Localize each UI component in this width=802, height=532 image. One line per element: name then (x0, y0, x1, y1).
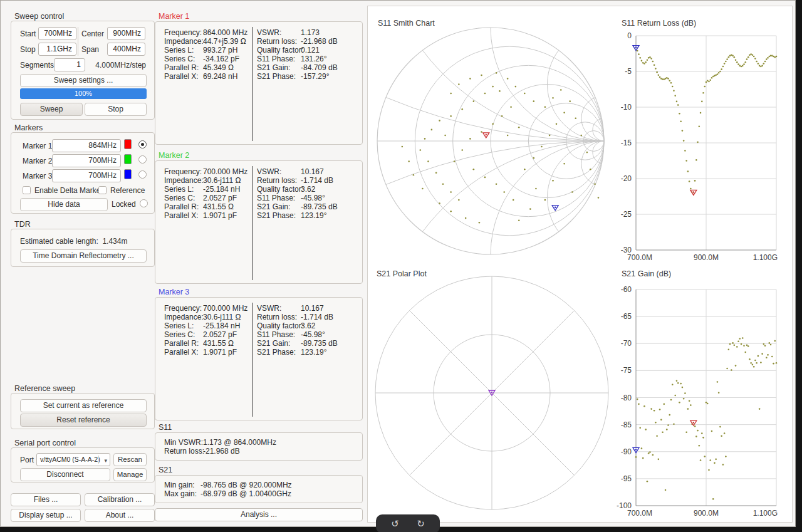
redo-icon[interactable]: ↻ (417, 516, 425, 532)
sweep-control-title: Sweep control (14, 12, 64, 21)
marker3-label: Marker 3 (23, 172, 52, 180)
marker-data-label: Series L: (164, 321, 194, 330)
marker-data-value: 45.349 Ω (203, 63, 234, 72)
marker-data-value: -89.735 dB (301, 339, 338, 348)
hide-data-button[interactable]: Hide data (20, 198, 108, 211)
start-input[interactable]: 700MHz (38, 27, 76, 40)
marker-data-label: S21 Gain: (257, 339, 290, 348)
column-divider (252, 303, 253, 417)
rescan-button[interactable]: Rescan (113, 453, 147, 466)
svg-text:-75: -75 (621, 366, 632, 375)
marker-2-data-panel: Frequency:700.000 MHzImpedance:30.6-j111… (155, 160, 363, 284)
segments-input[interactable]: 1 (54, 58, 85, 71)
svg-text:900.0M: 900.0M (694, 509, 719, 518)
calibration-button[interactable]: Calibration ... (85, 493, 155, 506)
disconnect-button[interactable]: Disconnect (20, 468, 110, 481)
port-select[interactable]: v/ttyACM0 (S-A-A-2) ▾ (36, 453, 110, 466)
marker-data-value: 700.000 MHz (203, 167, 247, 176)
marker-data-value: -45.98° (301, 330, 325, 339)
stop-input[interactable]: 1.1GHz (38, 43, 76, 56)
reset-reference-button[interactable]: Reset reference (20, 414, 147, 427)
marker-data-label: VSWR: (257, 167, 281, 176)
marker3-freq-input[interactable]: 700MHz (52, 169, 121, 182)
span-label: Span (81, 45, 99, 54)
enable-delta-marker-checkbox[interactable] (23, 186, 31, 194)
manage-button[interactable]: Manage (113, 468, 147, 481)
marker-data-value: 123.19° (301, 211, 327, 220)
files-button[interactable]: Files ... (11, 493, 81, 506)
svg-text:-70: -70 (621, 339, 632, 348)
marker-data-label: S21 Phase: (257, 348, 296, 357)
sweep-settings-button[interactable]: Sweep settings ... (20, 74, 147, 87)
svg-text:-85: -85 (621, 420, 632, 429)
marker-data-label: Frequency: (164, 167, 202, 176)
svg-text:-25: -25 (621, 210, 632, 219)
locked-radio[interactable] (140, 199, 148, 207)
marker-data-value: 431.55 Ω (203, 202, 234, 211)
reference-checkbox[interactable] (98, 186, 107, 194)
s21-summary-title: S21 (159, 466, 172, 474)
svg-text:-10: -10 (621, 103, 632, 112)
reference-sweep-title: Reference sweep (14, 384, 75, 393)
svg-text:1.100G: 1.100G (753, 253, 778, 262)
marker3-color-swatch[interactable] (124, 169, 132, 179)
marker-data-value: 700.000 MHz (203, 304, 247, 313)
svg-text:-15: -15 (621, 138, 632, 147)
marker-data-value: 10.167 (301, 167, 324, 176)
marker-data-label: Parallel X: (164, 348, 199, 357)
s11-min-vswr-label: Min VSWR: (164, 438, 203, 447)
span-input[interactable]: 400MHz (107, 43, 145, 56)
sweep-button[interactable]: Sweep (20, 103, 83, 116)
marker3-select-radio[interactable] (138, 170, 147, 179)
marker-data-value: 10.167 (301, 304, 324, 313)
tdr-button[interactable]: Time Domain Reflectometry ... (20, 249, 147, 263)
marker1-freq-input[interactable]: 864MHz (52, 139, 121, 152)
marker-data-label: S11 Phase: (257, 55, 295, 63)
marker1-color-swatch[interactable] (124, 139, 132, 149)
marker-data-value: 3.62 (301, 321, 315, 330)
center-label: Center (81, 29, 104, 38)
svg-text:-90: -90 (621, 447, 632, 456)
s11-return-loss-title: S11 Return Loss (dB) (622, 19, 696, 28)
marker-data-label: Quality factor: (257, 321, 303, 330)
analysis-button[interactable]: Analysis ... (155, 508, 363, 521)
marker-data-label: S11 Phase: (257, 330, 295, 339)
serial-port-title: Serial port control (14, 439, 76, 447)
marker2-select-radio[interactable] (138, 155, 147, 164)
charts-canvas[interactable]: 0-5-10-15-20-25-30700.0M900.0M1.100G-60-… (368, 6, 792, 522)
marker-data-value: -25.184 nH (203, 321, 240, 330)
marker-data-value: 993.27 pH (203, 46, 237, 55)
center-input[interactable]: 900MHz (107, 27, 145, 40)
marker-data-value: 69.248 nH (203, 72, 237, 81)
about-button[interactable]: About ... (85, 509, 155, 522)
s11-smith-chart-title: S11 Smith Chart (378, 19, 435, 28)
marker2-color-swatch[interactable] (124, 154, 132, 164)
marker-data-value: 864.000 MHz (203, 28, 247, 37)
marker-data-value: 123.19° (301, 348, 327, 357)
marker-data-value: 1.9071 pF (203, 348, 237, 357)
marker-3-data-panel: Frequency:700.000 MHzImpedance:30.6-j111… (155, 297, 363, 420)
s21-min-gain-value: -98.765 dB @ 920.000MHz (200, 481, 292, 489)
marker2-freq-input[interactable]: 700MHz (52, 154, 121, 167)
svg-text:-5: -5 (625, 67, 632, 76)
stop-button[interactable]: Stop (85, 103, 147, 116)
locked-label: Locked (112, 200, 136, 209)
reference-label: Reference (110, 186, 145, 195)
undo-redo-overlay: ↺ ↻ (376, 514, 440, 532)
display-setup-button[interactable]: Display setup ... (11, 509, 81, 522)
column-divider (252, 166, 253, 280)
s21-max-gain-value: -68.979 dB @ 1.00400GHz (200, 489, 291, 498)
marker-data-label: S11 Phase: (257, 194, 295, 202)
marker-data-value: 2.0527 pF (203, 330, 237, 339)
svg-text:700.0M: 700.0M (627, 253, 652, 262)
marker1-select-radio[interactable] (138, 140, 147, 149)
svg-text:-65: -65 (621, 312, 632, 321)
set-reference-button[interactable]: Set current as reference (20, 399, 147, 412)
marker-data-value: 1.173 (301, 28, 320, 37)
marker-data-value: 431.55 Ω (203, 339, 234, 348)
markers-title: Markers (14, 123, 43, 132)
stop-label: Stop (20, 45, 36, 54)
marker-data-value: -157.29° (301, 72, 330, 81)
undo-icon[interactable]: ↺ (391, 516, 399, 532)
marker-data-label: Impedance: (164, 313, 204, 321)
